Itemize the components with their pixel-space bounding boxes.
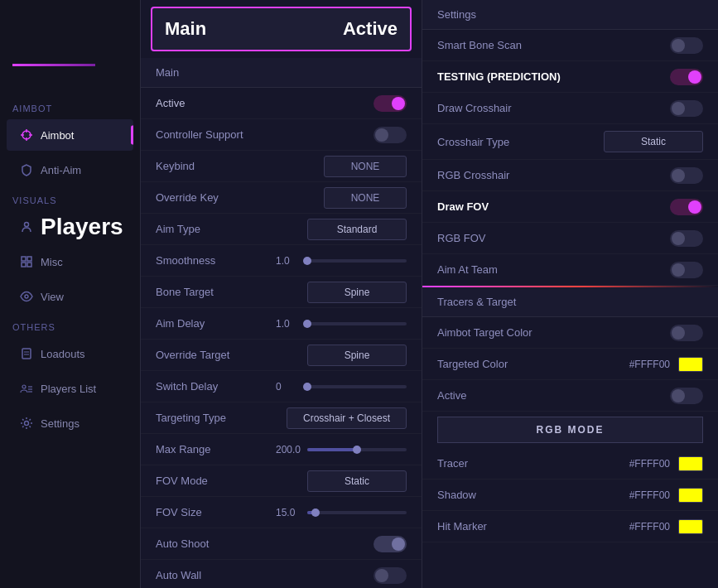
toggle-active[interactable] — [373, 95, 407, 112]
fov-mode-dropdown[interactable]: Static — [307, 470, 407, 492]
sidebar-item-players[interactable]: Players — [7, 211, 133, 243]
label-override-target: Override Target — [156, 349, 229, 361]
toggle-aim-at-team[interactable] — [670, 262, 703, 278]
label-fov-mode: FOV Mode — [156, 475, 208, 487]
row-aim-type: Aim Type Standard — [141, 214, 422, 245]
shadow-color-swatch[interactable] — [678, 488, 703, 503]
aim-delay-value: 1.0 — [276, 318, 301, 330]
sidebar-section-aimbot: Aimbot — [0, 95, 140, 118]
left-panel: Main Active Main Active Controller Suppo… — [141, 0, 422, 588]
tracer-color-value: #FFFF00 — [629, 458, 670, 470]
gear-icon — [19, 416, 34, 431]
svg-rect-9 — [27, 263, 31, 267]
toggle-draw-fov[interactable] — [670, 199, 703, 215]
sidebar-item-aimbot[interactable]: Aimbot — [7, 119, 133, 151]
row-switch-delay: Switch Delay 0 — [141, 371, 422, 402]
override-key-button[interactable]: NONE — [324, 187, 407, 209]
sidebar-section-visuals: Visuals — [0, 187, 140, 210]
shadow-color-value: #FFFF00 — [629, 489, 670, 501]
sidebar-item-loadouts-label: Loadouts — [41, 348, 85, 360]
label-tracer: Tracer — [437, 457, 468, 470]
smoothness-track[interactable] — [307, 259, 407, 263]
label-targeted-color: Targeted Color — [437, 358, 508, 370]
aim-type-dropdown[interactable]: Standard — [307, 219, 407, 240]
label-crosshair-type: Crosshair Type — [437, 136, 509, 148]
row-rgb-crosshair: RGB Crosshair — [422, 160, 718, 191]
svg-rect-11 — [22, 349, 31, 359]
label-keybind: Keybind — [156, 160, 195, 172]
svg-rect-8 — [22, 263, 26, 267]
switch-delay-value: 0 — [276, 381, 301, 393]
targeted-color-swatch[interactable] — [678, 357, 703, 372]
row-bone-target: Bone Target Spine — [141, 277, 422, 308]
row-tracer: Tracer #FFFF00 — [422, 448, 718, 480]
max-range-track[interactable] — [307, 448, 407, 451]
row-active2: Active — [422, 380, 718, 412]
label-draw-crosshair: Draw Crosshair — [437, 102, 512, 114]
crosshair-type-dropdown[interactable]: Static — [604, 131, 703, 152]
label-controller-support: Controller Support — [156, 128, 243, 141]
row-aim-at-team: Aim At Team — [422, 254, 718, 286]
label-bone-target: Bone Target — [156, 286, 214, 298]
label-aim-type: Aim Type — [156, 223, 200, 235]
toggle-auto-wall[interactable] — [373, 567, 407, 584]
right-panel-header2: Tracers & Target — [422, 287, 718, 317]
shield-icon — [19, 162, 34, 177]
toggle-auto-shoot[interactable] — [373, 536, 407, 552]
left-panel-header: Main — [141, 58, 422, 88]
label-active: Active — [156, 97, 185, 109]
label-aimbot-target-color: Aimbot Target Color — [437, 326, 532, 339]
fov-size-track[interactable] — [307, 511, 407, 514]
hit-marker-color-control: #FFFF00 — [629, 519, 703, 534]
hit-marker-color-swatch[interactable] — [678, 519, 703, 534]
fov-size-value: 15.0 — [276, 507, 301, 518]
override-target-dropdown[interactable]: Spine — [307, 345, 407, 366]
right-panel-header: Settings — [422, 0, 718, 30]
row-aimbot-target-color: Aimbot Target Color — [422, 317, 718, 349]
header-section: Main — [165, 18, 206, 40]
tracer-color-control: #FFFF00 — [629, 456, 703, 471]
toggle-testing-prediction[interactable] — [670, 69, 703, 85]
label-auto-shoot: Auto Shoot — [156, 537, 209, 550]
sidebar-item-misc[interactable]: Misc — [7, 246, 133, 277]
sidebar-item-loadouts[interactable]: Loadouts — [7, 338, 133, 369]
row-draw-fov: Draw FOV — [422, 191, 718, 223]
keybind-button[interactable]: NONE — [324, 156, 407, 177]
label-fov-size: FOV Size — [156, 506, 202, 518]
sidebar-item-settings-label: Settings — [41, 417, 80, 430]
toggle-rgb-fov[interactable] — [670, 230, 703, 247]
bone-target-dropdown[interactable]: Spine — [307, 282, 407, 303]
sidebar-item-players-list[interactable]: Players List — [7, 373, 133, 404]
sidebar-item-misc-label: Misc — [41, 256, 63, 268]
row-smoothness: Smoothness 1.0 — [141, 245, 422, 277]
label-override-key: Override Key — [156, 191, 219, 204]
aim-delay-track[interactable] — [307, 322, 407, 325]
rgb-mode-button[interactable]: RGB MODE — [437, 417, 703, 443]
right-settings-section: Settings Smart Bone Scan TESTING (PREDIC… — [422, 0, 718, 286]
targeting-type-dropdown[interactable]: Crosshair + Closest — [287, 407, 407, 429]
toggle-aimbot-target-color[interactable] — [670, 325, 703, 341]
sidebar-item-aimbot-label: Aimbot — [41, 129, 74, 142]
row-targeting-type: Targeting Type Crosshair + Closest — [141, 402, 422, 434]
sidebar-section-others: Others — [0, 314, 140, 336]
row-testing-prediction: TESTING (PREDICTION) — [422, 61, 718, 93]
sidebar-item-anti-aim[interactable]: Anti-Aim — [7, 154, 133, 186]
toggle-rgb-crosshair[interactable] — [670, 167, 703, 184]
toggle-smart-bone-scan[interactable] — [670, 37, 703, 54]
switch-delay-track[interactable] — [307, 385, 407, 388]
toggle-active2[interactable] — [670, 388, 703, 404]
rgb-mode-row: RGB MODE — [422, 412, 718, 448]
targeted-color-control: #FFFF00 — [629, 357, 703, 372]
max-range-value: 200.0 — [276, 444, 301, 455]
svg-point-5 — [25, 223, 29, 227]
label-draw-fov: Draw FOV — [437, 200, 489, 213]
sidebar-item-players-list-label: Players List — [41, 383, 96, 395]
label-targeting-type: Targeting Type — [156, 412, 226, 424]
tracer-color-swatch[interactable] — [678, 456, 703, 471]
toggle-draw-crosshair[interactable] — [670, 100, 703, 117]
sidebar-item-view[interactable]: View — [7, 281, 133, 312]
toggle-controller-support[interactable] — [373, 127, 407, 143]
sidebar-item-settings[interactable]: Settings — [7, 407, 133, 439]
row-smart-bone-scan: Smart Bone Scan — [422, 30, 718, 61]
row-controller-support: Controller Support — [141, 119, 422, 151]
